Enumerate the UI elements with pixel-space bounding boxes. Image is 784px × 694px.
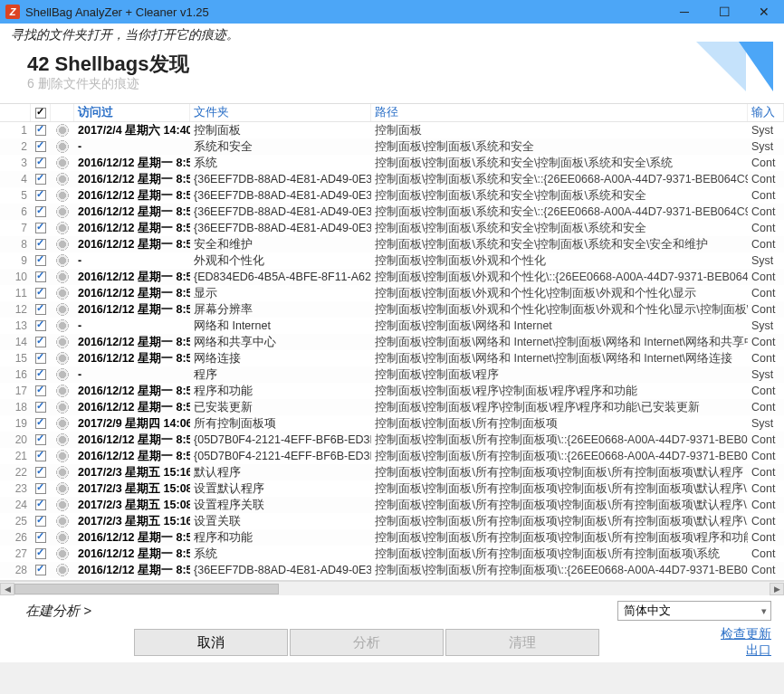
checkbox-icon[interactable]: [35, 206, 46, 217]
table-row[interactable]: 252017/2/3 星期五 15:16...设置关联控制面板\控制面板\所有控…: [0, 513, 784, 529]
checkbox-icon[interactable]: [35, 304, 46, 315]
checkbox-icon[interactable]: [35, 223, 46, 233]
row-check[interactable]: [31, 513, 51, 529]
row-check[interactable]: [31, 171, 51, 187]
table-row[interactable]: 72016/12/12 星期一 8:5...{36EEF7DB-88AD-4E8…: [0, 220, 784, 236]
checkbox-icon[interactable]: [35, 271, 46, 282]
table-row[interactable]: 182016/12/12 星期一 8:5...已安装更新控制面板\控制面板\程序…: [0, 399, 784, 415]
scroll-right-icon[interactable]: ▶: [770, 583, 784, 595]
row-gear[interactable]: [51, 366, 74, 383]
table-row[interactable]: 262016/12/12 星期一 8:5...程序和功能控制面板\控制面板\所有…: [0, 529, 784, 546]
exit-link[interactable]: 出口: [721, 642, 771, 659]
row-gear[interactable]: [51, 236, 74, 252]
col-folder[interactable]: 文件夹: [190, 104, 371, 121]
checkbox-icon[interactable]: [35, 190, 46, 201]
checkbox-icon[interactable]: [35, 434, 46, 445]
row-check[interactable]: [31, 448, 51, 464]
checkbox-icon[interactable]: [35, 402, 46, 413]
checkbox-icon[interactable]: [35, 548, 46, 559]
row-gear[interactable]: [51, 562, 74, 578]
table-row[interactable]: 122016/12/12 星期一 8:5...屏幕分辨率控制面板\控制面板\外观…: [0, 301, 784, 318]
checkbox-icon[interactable]: [35, 353, 46, 364]
table-row[interactable]: 82016/12/12 星期一 8:5...安全和维护控制面板\控制面板\系统和…: [0, 236, 784, 252]
row-gear[interactable]: [51, 171, 74, 187]
table-row[interactable]: 52016/12/12 星期一 8:5...{36EEF7DB-88AD-4E8…: [0, 187, 784, 204]
row-check[interactable]: [31, 350, 51, 366]
row-check[interactable]: [31, 187, 51, 204]
row-check[interactable]: [31, 236, 51, 252]
checkbox-icon[interactable]: [35, 499, 46, 510]
row-gear[interactable]: [51, 252, 74, 269]
row-check[interactable]: [31, 285, 51, 301]
row-check[interactable]: [31, 464, 51, 480]
row-gear[interactable]: [51, 383, 74, 399]
scroll-thumb[interactable]: [14, 584, 279, 594]
scroll-track[interactable]: [14, 583, 770, 595]
row-gear[interactable]: [51, 546, 74, 562]
table-row[interactable]: 192017/2/9 星期四 14:06...所有控制面板项控制面板\控制面板\…: [0, 415, 784, 432]
table-row[interactable]: 142016/12/12 星期一 8:5...网络和共享中心控制面板\控制面板\…: [0, 334, 784, 350]
row-check[interactable]: [31, 366, 51, 383]
row-check[interactable]: [31, 432, 51, 448]
row-check[interactable]: [31, 383, 51, 399]
row-gear[interactable]: [51, 432, 74, 448]
checkbox-icon[interactable]: [35, 125, 46, 136]
row-check[interactable]: [31, 138, 51, 155]
table-row[interactable]: 172016/12/12 星期一 8:5...程序和功能控制面板\控制面板\程序…: [0, 383, 784, 399]
row-check[interactable]: [31, 334, 51, 350]
checkbox-icon[interactable]: [35, 320, 46, 331]
checkbox-icon[interactable]: [35, 157, 46, 168]
table-row[interactable]: 16-程序控制面板\控制面板\程序Syst: [0, 366, 784, 383]
checkbox-icon[interactable]: [35, 483, 46, 494]
row-gear[interactable]: [51, 480, 74, 497]
row-gear[interactable]: [51, 122, 74, 138]
table-row[interactable]: 102016/12/12 星期一 8:5...{ED834ED6-4B5A-4B…: [0, 269, 784, 285]
checkbox-icon[interactable]: [35, 418, 46, 429]
table-row[interactable]: 212016/12/12 星期一 8:5...{05D7B0F4-2121-4E…: [0, 448, 784, 464]
row-check[interactable]: [31, 415, 51, 432]
row-gear[interactable]: [51, 220, 74, 236]
close-button[interactable]: ✕: [744, 0, 784, 24]
row-gear[interactable]: [51, 301, 74, 318]
checkbox-icon[interactable]: [35, 141, 46, 152]
table-row[interactable]: 112016/12/12 星期一 8:5...显示控制面板\控制面板\外观和个性…: [0, 285, 784, 301]
row-gear[interactable]: [51, 415, 74, 432]
scroll-left-icon[interactable]: ◀: [0, 583, 14, 595]
row-check[interactable]: [31, 562, 51, 578]
row-gear[interactable]: [51, 187, 74, 204]
checkbox-icon[interactable]: [35, 239, 46, 250]
row-gear[interactable]: [51, 497, 74, 513]
row-gear[interactable]: [51, 399, 74, 415]
table-row[interactable]: 232017/2/3 星期五 15:08...设置默认程序控制面板\控制面板\所…: [0, 480, 784, 497]
row-gear[interactable]: [51, 318, 74, 334]
table-row[interactable]: 12017/2/4 星期六 14:40...控制面板控制面板Syst: [0, 122, 784, 138]
row-gear[interactable]: [51, 334, 74, 350]
col-number[interactable]: [0, 104, 31, 121]
horizontal-scrollbar[interactable]: ◀ ▶: [0, 581, 784, 595]
minimize-button[interactable]: ─: [664, 0, 704, 24]
cancel-button[interactable]: 取消: [134, 629, 288, 656]
row-gear[interactable]: [51, 464, 74, 480]
table-row[interactable]: 2-系统和安全控制面板\控制面板\系统和安全Syst: [0, 138, 784, 155]
row-gear[interactable]: [51, 269, 74, 285]
checkbox-icon[interactable]: [35, 451, 46, 461]
row-gear[interactable]: [51, 285, 74, 301]
maximize-button[interactable]: ☐: [704, 0, 744, 24]
analyze-button[interactable]: 分析: [290, 629, 444, 656]
row-check[interactable]: [31, 318, 51, 334]
row-check[interactable]: [31, 122, 51, 138]
checkbox-icon[interactable]: [35, 369, 46, 380]
col-check[interactable]: [31, 104, 51, 121]
row-check[interactable]: [31, 399, 51, 415]
row-gear[interactable]: [51, 155, 74, 171]
row-check[interactable]: [31, 546, 51, 562]
row-check[interactable]: [31, 480, 51, 497]
clean-button[interactable]: 清理: [445, 629, 599, 656]
col-visited[interactable]: 访问过: [74, 104, 190, 121]
checkbox-icon[interactable]: [35, 337, 46, 347]
table-row[interactable]: 13-网络和 Internet控制面板\控制面板\网络和 InternetSys…: [0, 318, 784, 334]
row-check[interactable]: [31, 497, 51, 513]
table-row[interactable]: 152016/12/12 星期一 8:5...网络连接控制面板\控制面板\网络和…: [0, 350, 784, 366]
row-check[interactable]: [31, 252, 51, 269]
checkbox-icon[interactable]: [35, 532, 46, 543]
